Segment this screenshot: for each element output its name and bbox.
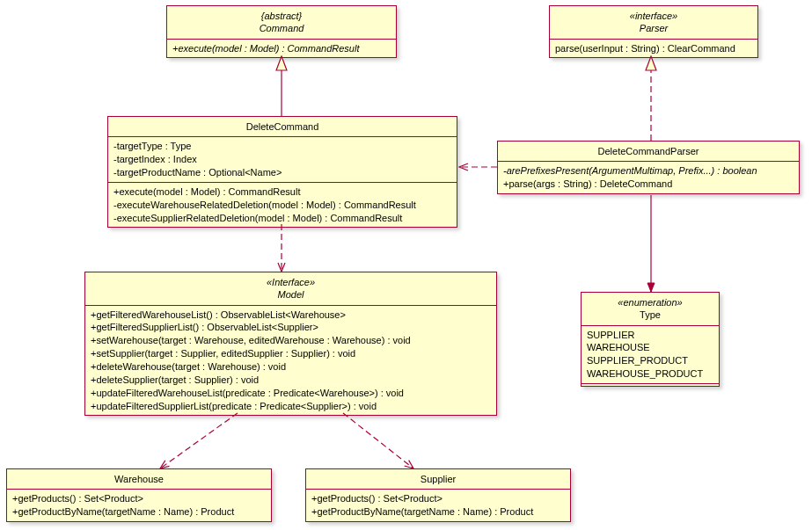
stereo-abstract: {abstract}	[174, 10, 389, 22]
op-model-1: +getFilteredSupplierList() : ObservableL…	[91, 321, 491, 334]
stereo-enum: «enumeration»	[589, 296, 712, 309]
class-name-model: Model	[92, 288, 489, 301]
attr-dc-2: -targetProductName : Optional<Name>	[113, 166, 451, 179]
op-wh-1: +getProductByName(targetName : Name) : P…	[12, 505, 266, 519]
op-model-2: +setWarehouse(target : Warehouse, edited…	[91, 334, 491, 347]
op-model-7: +updateFilteredSupplierList(predicate : …	[91, 400, 491, 413]
attr-dc-0: -targetType : Type	[113, 140, 451, 153]
class-model: «Interface» Model +getFilteredWarehouseL…	[84, 272, 497, 416]
op-sup-1: +getProductByName(targetName : Name) : P…	[311, 505, 565, 519]
connections-svg	[0, 0, 812, 530]
class-parser: «interface» Parser parse(userInput : Str…	[549, 5, 758, 58]
svg-line-6	[343, 413, 413, 468]
class-command: {abstract} Command +execute(model : Mode…	[166, 5, 397, 58]
stereo-interface-parser: «interface»	[557, 10, 750, 22]
op-dcp-1: +parse(args : String) : DeleteCommand	[503, 178, 794, 191]
op-command-0: +execute(model : Model) : CommandResult	[167, 40, 396, 58]
class-warehouse: Warehouse +getProducts() : Set<Product> …	[6, 468, 272, 522]
op-dcp-0: -arePrefixesPresent(ArgumentMultimap, Pr…	[503, 164, 794, 178]
class-delete-command-parser: DeleteCommandParser -arePrefixesPresent(…	[497, 141, 800, 194]
lit-type-0: SUPPLIER	[587, 329, 713, 342]
class-delete-command: DeleteCommand -targetType : Type -target…	[107, 116, 457, 228]
attr-dc-1: -targetIndex : Index	[113, 153, 451, 166]
stereo-interface-model: «Interface»	[92, 276, 489, 288]
class-type-enum: «enumeration» Type SUPPLIER WAREHOUSE SU…	[581, 292, 720, 387]
lit-type-2: SUPPLIER_PRODUCT	[587, 354, 713, 367]
class-supplier: Supplier +getProducts() : Set<Product> +…	[305, 468, 571, 522]
lit-type-3: WAREHOUSE_PRODUCT	[587, 367, 713, 381]
op-dc-1: -executeWarehouseRelatedDeletion(model :…	[113, 199, 451, 212]
op-parser-0: parse(userInput : String) : ClearCommand	[550, 40, 757, 58]
op-sup-0: +getProducts() : Set<Product>	[311, 492, 565, 505]
svg-line-5	[160, 413, 238, 468]
op-dc-0: +execute(model : Model) : CommandResult	[113, 185, 451, 199]
op-model-0: +getFilteredWarehouseList() : Observable…	[91, 309, 491, 322]
class-name-dcp: DeleteCommandParser	[505, 145, 792, 157]
op-model-4: +deleteWarehouse(target : Warehouse) : v…	[91, 360, 491, 374]
op-model-3: +setSupplier(target : Supplier, editedSu…	[91, 347, 491, 360]
op-dc-2: -executeSupplierRelatedDeletion(model : …	[113, 212, 451, 225]
class-name-warehouse: Warehouse	[14, 473, 264, 485]
op-model-5: +deleteSupplier(target : Supplier) : voi…	[91, 374, 491, 387]
class-name-parser: Parser	[557, 22, 750, 34]
class-name-command: Command	[174, 22, 389, 34]
op-wh-0: +getProducts() : Set<Product>	[12, 492, 266, 505]
class-name-type: Type	[589, 309, 712, 321]
lit-type-1: WAREHOUSE	[587, 341, 713, 354]
class-name-supplier: Supplier	[313, 473, 563, 485]
op-model-6: +updateFilteredWarehouseList(predicate :…	[91, 387, 491, 400]
class-name-delete-command: DeleteCommand	[115, 120, 450, 133]
